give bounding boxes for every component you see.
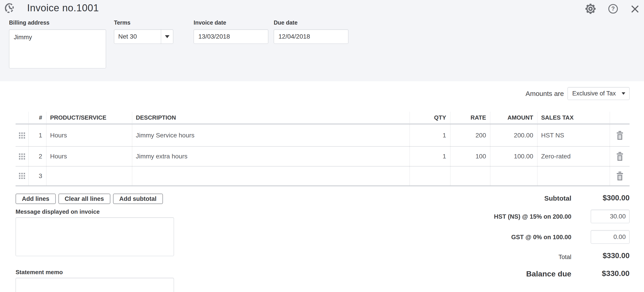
- invoice-date-label: Invoice date: [194, 20, 226, 26]
- cell-description[interactable]: [132, 166, 410, 185]
- billing-address-field[interactable]: Jimmy: [9, 29, 106, 68]
- history-clock-icon: [4, 2, 16, 14]
- cell-amount[interactable]: 200.00: [490, 124, 538, 146]
- subtotal-label: Subtotal: [544, 194, 571, 202]
- balance-due-value: $330.00: [602, 269, 630, 278]
- column-header-rate: RATE: [450, 112, 490, 124]
- trash-icon: [616, 131, 624, 140]
- clear-all-lines-button[interactable]: Clear all lines: [58, 194, 110, 204]
- table-row: 3: [16, 166, 630, 186]
- close-icon: [630, 4, 640, 14]
- recent-transactions-button[interactable]: [4, 2, 16, 14]
- delete-line-button[interactable]: [610, 166, 630, 185]
- amounts-are-selected-value: Exclusive of Tax: [568, 90, 622, 97]
- invoice-form: Invoice no.1001 ?: [0, 0, 644, 292]
- cell-amount[interactable]: [490, 166, 538, 185]
- line-items-table: # PRODUCT/SERVICE DESCRIPTION QTY RATE A…: [16, 112, 630, 186]
- drag-grip-icon: [19, 154, 25, 160]
- chevron-down-icon: [622, 92, 625, 95]
- total-label: Total: [558, 254, 571, 261]
- cell-rate[interactable]: [450, 166, 490, 185]
- column-header-sales-tax: SALES TAX: [538, 112, 610, 124]
- terms-selected-value: Net 30: [114, 33, 161, 40]
- total-value: $330.00: [603, 252, 630, 260]
- cell-line-number: 2: [29, 147, 46, 166]
- cell-product-service[interactable]: Hours: [46, 124, 132, 146]
- cell-sales-tax[interactable]: [538, 166, 610, 185]
- add-subtotal-button[interactable]: Add subtotal: [113, 194, 163, 204]
- trash-icon: [616, 152, 624, 161]
- cell-sales-tax[interactable]: Zero-rated: [538, 147, 610, 166]
- subtotal-value: $300.00: [603, 194, 630, 202]
- chevron-down-icon: [165, 35, 170, 38]
- statement-memo-field[interactable]: [16, 278, 174, 292]
- trash-icon: [616, 172, 624, 180]
- column-header-description: DESCRIPTION: [132, 112, 410, 124]
- table-row: 2 Hours Jimmy extra hours 1 100 100.00 Z…: [16, 147, 630, 166]
- table-actions: Add lines Clear all lines Add subtotal: [16, 194, 163, 204]
- add-lines-button[interactable]: Add lines: [16, 194, 56, 204]
- help-icon: ?: [608, 4, 618, 14]
- column-header-qty: QTY: [410, 112, 450, 124]
- column-header-product: PRODUCT/SERVICE: [46, 112, 132, 124]
- balance-due-label: Balance due: [526, 270, 571, 278]
- trash-column-header: [610, 112, 630, 124]
- cell-rate[interactable]: 100: [450, 147, 490, 166]
- table-row: 1 Hours Jimmy Service hours 1 200 200.00…: [16, 124, 630, 147]
- row-drag-handle[interactable]: [16, 166, 29, 185]
- row-drag-handle[interactable]: [16, 147, 29, 166]
- amounts-are-row: Amounts are Exclusive of Tax: [526, 87, 630, 100]
- cell-line-number: 3: [29, 166, 46, 185]
- terms-label: Terms: [114, 20, 130, 26]
- gst-tax-label: GST @ 0% on 100.00: [511, 234, 571, 241]
- column-header-amount: AMOUNT: [490, 112, 538, 124]
- delete-line-button[interactable]: [610, 147, 630, 166]
- close-button[interactable]: [630, 4, 640, 14]
- invoice-header-section: Invoice no.1001 ?: [0, 0, 644, 81]
- cell-product-service[interactable]: [46, 166, 132, 185]
- message-field[interactable]: [16, 217, 174, 256]
- cell-qty[interactable]: 1: [410, 147, 450, 166]
- settings-button[interactable]: [584, 3, 596, 15]
- delete-line-button[interactable]: [610, 124, 630, 146]
- drag-grip-icon: [19, 173, 25, 179]
- amounts-are-label: Amounts are: [526, 90, 564, 98]
- column-header-num: #: [29, 112, 46, 124]
- billing-address-label: Billing address: [9, 20, 50, 26]
- amounts-are-select[interactable]: Exclusive of Tax: [568, 87, 630, 100]
- cell-qty[interactable]: [410, 166, 450, 185]
- cell-rate[interactable]: 200: [450, 124, 490, 146]
- invoice-date-input[interactable]: [194, 29, 268, 44]
- cell-sales-tax[interactable]: HST NS: [538, 124, 610, 146]
- terms-select[interactable]: Net 30: [114, 29, 173, 44]
- page-title: Invoice no.1001: [27, 2, 99, 14]
- drag-column-header: [16, 112, 29, 124]
- due-date-input[interactable]: [274, 29, 348, 44]
- gst-amount-input[interactable]: [591, 230, 630, 244]
- gear-icon: [585, 3, 596, 15]
- drag-grip-icon: [19, 132, 25, 138]
- help-button[interactable]: ?: [608, 3, 619, 14]
- cell-amount[interactable]: 100.00: [490, 147, 538, 166]
- cell-description[interactable]: Jimmy extra hours: [132, 147, 410, 166]
- cell-line-number: 1: [29, 124, 46, 146]
- hst-tax-label: HST (NS) @ 15% on 200.00: [494, 213, 571, 220]
- cell-qty[interactable]: 1: [410, 124, 450, 146]
- svg-text:?: ?: [611, 6, 615, 12]
- row-drag-handle[interactable]: [16, 124, 29, 146]
- table-header-row: # PRODUCT/SERVICE DESCRIPTION QTY RATE A…: [16, 112, 630, 124]
- hst-amount-input[interactable]: [591, 210, 630, 223]
- message-label: Message displayed on invoice: [16, 208, 100, 215]
- cell-product-service[interactable]: Hours: [46, 147, 132, 166]
- cell-description[interactable]: Jimmy Service hours: [132, 124, 410, 146]
- due-date-label: Due date: [274, 20, 298, 26]
- terms-dropdown-arrow[interactable]: [161, 30, 173, 44]
- statement-memo-label: Statement memo: [16, 269, 63, 276]
